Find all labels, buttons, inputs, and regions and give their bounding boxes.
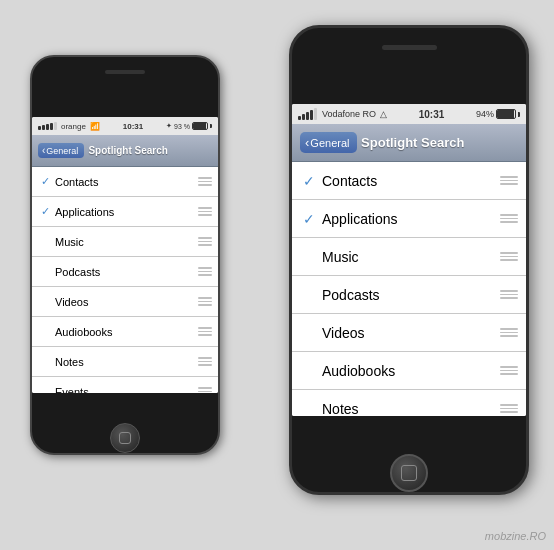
nav-title-large: Spotlight Search [357, 135, 468, 150]
time-small: 10:31 [123, 122, 143, 131]
reorder-handle-icon[interactable] [198, 387, 212, 393]
check-icon: ✓ [38, 205, 52, 218]
list-item[interactable]: Audiobooks [32, 317, 218, 347]
item-label: Notes [318, 401, 500, 417]
check-icon: ✓ [300, 173, 318, 189]
list-item[interactable]: Podcasts [32, 257, 218, 287]
list-small: ✓Contacts✓ApplicationsMusicPodcastsVideo… [32, 167, 218, 393]
list-item[interactable]: Audiobooks [292, 352, 526, 390]
bottom-bar-large [292, 454, 526, 492]
reorder-handle-icon[interactable] [500, 366, 518, 375]
status-bar-large: Vodafone RO △ 10:31 94% [292, 104, 526, 124]
item-label: Applications [318, 211, 500, 227]
reorder-handle-icon[interactable] [500, 328, 518, 337]
list-item[interactable]: Music [292, 238, 526, 276]
battery-label-large: 94% [476, 109, 494, 119]
list-item[interactable]: ✓Applications [292, 200, 526, 238]
list-item[interactable]: Videos [292, 314, 526, 352]
item-label: Audiobooks [318, 363, 500, 379]
list-item[interactable]: Music [32, 227, 218, 257]
reorder-handle-icon[interactable] [198, 327, 212, 336]
reorder-handle-icon[interactable] [198, 237, 212, 246]
screen-small: orange 📶 10:31 ✦ 93 % ‹ General [32, 117, 218, 393]
battery-large [496, 109, 516, 119]
item-label: Applications [52, 206, 198, 218]
item-label: Podcasts [318, 287, 500, 303]
reorder-handle-icon[interactable] [500, 404, 518, 413]
nav-bar-large: ‹ General Spotlight Search [292, 124, 526, 162]
back-label-large: General [310, 137, 349, 149]
reorder-handle-icon[interactable] [198, 267, 212, 276]
status-bar-small: orange 📶 10:31 ✦ 93 % [32, 117, 218, 135]
back-button-large[interactable]: ‹ General [300, 132, 357, 153]
reorder-handle-icon[interactable] [500, 290, 518, 299]
check-icon: ✓ [300, 211, 318, 227]
list-item[interactable]: Events [32, 377, 218, 393]
reorder-handle-icon[interactable] [500, 214, 518, 223]
list-item[interactable]: ✓Applications [32, 197, 218, 227]
item-label: Videos [52, 296, 198, 308]
iphone-small: orange 📶 10:31 ✦ 93 % ‹ General [30, 55, 220, 455]
carrier-large: Vodafone RO [322, 109, 376, 119]
back-button-small[interactable]: ‹ General [38, 143, 84, 158]
carrier-small: orange [61, 122, 86, 131]
reorder-handle-icon[interactable] [198, 177, 212, 186]
item-label: Music [318, 249, 500, 265]
top-bar-small [32, 57, 218, 87]
speaker-large [382, 45, 437, 50]
speaker-small [105, 70, 145, 74]
watermark: mobzine.RO [485, 530, 546, 542]
bottom-bar-small [32, 423, 218, 453]
item-label: Contacts [318, 173, 500, 189]
nav-title-small: Spotlight Search [84, 145, 172, 156]
item-label: Videos [318, 325, 500, 341]
time-large: 10:31 [419, 109, 445, 120]
reorder-handle-icon[interactable] [500, 176, 518, 185]
iphone-large: Vodafone RO △ 10:31 94% ‹ General [289, 25, 529, 495]
list-item[interactable]: Podcasts [292, 276, 526, 314]
battery-small [192, 122, 208, 130]
home-button-small[interactable] [110, 423, 140, 453]
item-label: Events [52, 386, 198, 394]
check-icon: ✓ [38, 175, 52, 188]
reorder-handle-icon[interactable] [198, 297, 212, 306]
nav-bar-small: ‹ General Spotlight Search [32, 135, 218, 167]
signal-large [298, 108, 317, 120]
top-bar-large [292, 28, 526, 66]
item-label: Podcasts [52, 266, 198, 278]
list-item[interactable]: Videos [32, 287, 218, 317]
reorder-handle-icon[interactable] [198, 207, 212, 216]
item-label: Contacts [52, 176, 198, 188]
wifi-large: △ [380, 109, 387, 119]
item-label: Music [52, 236, 198, 248]
scene: orange 📶 10:31 ✦ 93 % ‹ General [0, 0, 554, 550]
list-item[interactable]: Notes [32, 347, 218, 377]
item-label: Notes [52, 356, 198, 368]
home-button-large[interactable] [390, 454, 428, 492]
back-label-small: General [46, 146, 78, 156]
screen-large: Vodafone RO △ 10:31 94% ‹ General [292, 104, 526, 416]
list-large: ✓Contacts✓ApplicationsMusicPodcastsVideo… [292, 162, 526, 416]
bluetooth-small: ✦ [166, 122, 172, 130]
reorder-handle-icon[interactable] [198, 357, 212, 366]
battery-label-small: 93 % [174, 123, 190, 130]
signal-small [38, 122, 57, 130]
list-item[interactable]: Notes [292, 390, 526, 416]
list-item[interactable]: ✓Contacts [292, 162, 526, 200]
reorder-handle-icon[interactable] [500, 252, 518, 261]
wifi-small: 📶 [90, 122, 100, 131]
list-item[interactable]: ✓Contacts [32, 167, 218, 197]
item-label: Audiobooks [52, 326, 198, 338]
